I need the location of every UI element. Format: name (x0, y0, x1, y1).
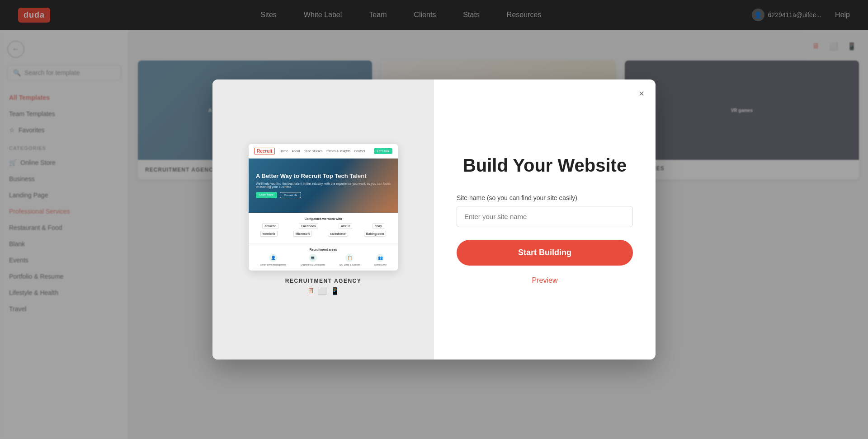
preview-logo-amazon: amazon (262, 223, 278, 229)
area-card-admin: 👥 Admin & HR (374, 254, 387, 266)
preview-logo-workable: worrbnb (260, 231, 278, 237)
site-name-label: Site name (so you can find your site eas… (457, 194, 577, 201)
preview-header: Recruit Home About Case Studies Trends &… (249, 144, 398, 159)
preview-brand-logo: Recruit (254, 148, 275, 154)
template-tablet-icon: ⬜ (318, 287, 327, 295)
modal-close-button[interactable]: × (635, 87, 648, 100)
preview-cta-button: Let's talk (374, 148, 392, 154)
preview-logo-ebay: ebay (373, 223, 384, 229)
area-card-senior: 👤 Senior Level Management (260, 254, 286, 266)
modal-overlay: × Recruit Home About Case Studies Trends… (0, 0, 868, 439)
site-name-input[interactable] (457, 206, 633, 227)
area-icon-qa: 📋 (345, 254, 354, 262)
preview-logos-row1: amazon Facebook ABER ebay (254, 223, 392, 229)
area-card-engineers: 💻 Engineers & Developers (301, 254, 325, 266)
preview-logo-aber: ABER (339, 223, 352, 229)
area-label-admin: Admin & HR (374, 263, 387, 266)
preview-contact-btn: Contact Us (280, 192, 302, 198)
area-label-qa: QA, Entry & Support (340, 263, 360, 266)
preview-nav: Home About Case Studies Trends & Insight… (279, 149, 369, 153)
template-desktop-icon: 🖥 (307, 287, 314, 295)
area-label-engineers: Engineers & Developers (301, 263, 325, 266)
area-icon-senior: 👤 (269, 254, 277, 262)
preview-companies: Companies we work with amazon Facebook A… (249, 213, 398, 243)
preview-nav-about: About (292, 149, 300, 153)
preview-logos-row2: worrbnb Microsoft salesforce Baking.com (254, 231, 392, 237)
preview-logo-microsoft: Microsoft (293, 231, 312, 237)
template-preview-card: Recruit Home About Case Studies Trends &… (249, 144, 398, 271)
start-building-button[interactable]: Start Building (457, 240, 633, 266)
preview-areas: Recruitment areas 👤 Senior Level Managem… (249, 243, 398, 271)
preview-learn-more-btn: Learn More (256, 192, 277, 198)
area-icon-engineers: 💻 (309, 254, 317, 262)
area-label-senior: Senior Level Management (260, 263, 286, 266)
modal-right-panel: Build Your Website Site name (so you can… (434, 79, 656, 360)
build-website-modal: × Recruit Home About Case Studies Trends… (212, 79, 656, 360)
preview-hero: A Better Way to Recruit Top Tech Talent … (249, 159, 398, 213)
area-icon-admin: 👥 (376, 254, 384, 262)
preview-nav-contact: Contact (354, 149, 365, 153)
preview-logo-baking: Baking.com (364, 231, 387, 237)
preview-companies-title: Companies we work with (254, 217, 392, 220)
area-card-qa: 📋 QA, Entry & Support (340, 254, 360, 266)
preview-link[interactable]: Preview (532, 276, 558, 285)
preview-nav-home: Home (279, 149, 288, 153)
preview-nav-trends: Trends & Insights (326, 149, 350, 153)
template-mobile-icon: 📱 (330, 287, 340, 295)
preview-areas-title: Recruitment areas (254, 248, 392, 251)
modal-template-name: RECRUITMENT AGENCY (285, 278, 362, 284)
preview-hero-image (335, 159, 398, 213)
modal-left-panel: Recruit Home About Case Studies Trends &… (212, 79, 434, 360)
preview-nav-case: Case Studies (303, 149, 322, 153)
preview-logo-facebook: Facebook (299, 223, 318, 229)
modal-title: Build Your Website (463, 154, 627, 176)
preview-logo-salesforce: salesforce (328, 231, 348, 237)
modal-template-view-icons: 🖥 ⬜ 📱 (285, 287, 362, 295)
preview-area-cards: 👤 Senior Level Management 💻 Engineers & … (254, 254, 392, 266)
modal-template-label: RECRUITMENT AGENCY 🖥 ⬜ 📱 (285, 278, 362, 295)
